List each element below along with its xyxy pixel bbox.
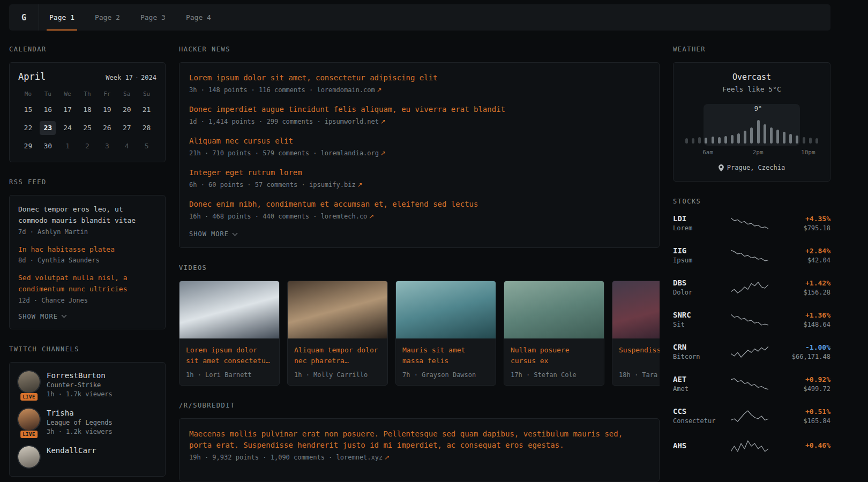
stock-id: AET Amet (673, 375, 724, 393)
top-nav: G Page 1 Page 2 Page 3 Page 4 (9, 4, 830, 31)
stock-ticker: LDI (673, 214, 724, 223)
stock-name: Ipsum (673, 257, 724, 264)
sparkline (724, 345, 775, 359)
news-meta-text: 16h · 468 points · 440 comments · loremt… (189, 213, 367, 220)
calendar-day: 24 (59, 121, 76, 135)
channel-game: League of Legends (47, 419, 113, 426)
news-item: Lorem ipsum dolor sit amet, consectetur … (189, 72, 649, 94)
calendar-year: 2024 (141, 74, 156, 81)
calendar-day: 29 (20, 139, 36, 153)
video-card[interactable]: Suspendisse diam 18h · Tara (612, 281, 660, 386)
page-tabs: Page 1 Page 2 Page 3 Page 4 (39, 4, 221, 31)
calendar-day: 28 (139, 121, 155, 135)
external-link-icon[interactable]: ↗ (369, 213, 374, 220)
news-meta: 1d · 1,414 points · 299 comments · ipsum… (189, 118, 649, 125)
stock-row[interactable]: DBS Dolor +1.42% $156.28 (673, 278, 830, 296)
post-title-link[interactable]: Maecenas mollis pulvinar erat non posuer… (189, 428, 649, 451)
video-card[interactable]: Mauris sit amet massa felis 7h · Grayson… (395, 281, 496, 386)
video-title-link[interactable]: Aliquam tempor dolor nec pharetra… (294, 345, 381, 366)
middle-column: HACKER NEWS Lorem ipsum dolor sit amet, … (179, 46, 660, 482)
video-title-link[interactable]: Nullam posuere cursus ex (511, 345, 597, 366)
stock-row[interactable]: SNRC Sit +1.36% $148.64 (673, 311, 830, 328)
temp-bar (705, 138, 707, 144)
external-link-icon[interactable]: ↗ (380, 149, 386, 157)
temperature-bars (685, 120, 818, 144)
external-link-icon[interactable]: ↗ (377, 86, 382, 94)
external-link-icon[interactable]: ↗ (384, 454, 390, 461)
rss-title-link[interactable]: Sed volutpat nulla nisl, a condimentum n… (18, 273, 156, 295)
temp-bar (776, 130, 779, 144)
subreddit-card: Maecenas mollis pulvinar erat non posuer… (179, 418, 660, 481)
video-title-link[interactable]: Suspendisse diam (619, 345, 660, 366)
stocks-list: LDI Lorem +4.35% $795.18 IIG Ipsum (673, 214, 830, 453)
news-title-link[interactable]: Lorem ipsum dolor sit amet, consectetur … (189, 72, 649, 84)
stock-row[interactable]: AHS +0.46% (673, 439, 830, 453)
video-thumbnail[interactable] (179, 281, 279, 338)
sparkline (724, 216, 775, 230)
tab-page-1[interactable]: Page 1 (39, 4, 85, 31)
video-thumbnail[interactable] (504, 281, 604, 338)
external-link-icon[interactable]: ↗ (380, 118, 386, 125)
rss-title-link[interactable]: Donec tempor eros leo, ut commodo mauris… (18, 204, 156, 227)
tab-page-4[interactable]: Page 4 (176, 4, 221, 31)
rss-show-more-button[interactable]: SHOW MORE (18, 313, 156, 320)
stock-row[interactable]: AET Amet +0.92% $499.72 (673, 375, 830, 393)
twitch-channel-row[interactable]: KendallCarr (18, 446, 156, 468)
news-meta: 6h · 60 points · 57 comments · ipsumify.… (189, 181, 649, 189)
video-card[interactable]: Lorem ipsum dolor sit amet consectetu… 1… (179, 281, 280, 386)
hacker-news-widget: HACKER NEWS Lorem ipsum dolor sit amet, … (179, 46, 660, 248)
stock-values: +4.35% $795.18 (775, 215, 830, 232)
news-title-link[interactable]: Aliquam nec cursus elit (189, 135, 649, 147)
video-thumbnail[interactable] (396, 281, 496, 338)
stock-row[interactable]: CRN Bitcorn -1.00% $66,171.48 (673, 343, 830, 360)
temp-bar (724, 136, 727, 144)
calendar-day: 22 (20, 121, 36, 135)
video-title-link[interactable]: Mauris sit amet massa felis (402, 345, 489, 366)
news-title-link[interactable]: Donec imperdiet augue tincidunt felis al… (189, 104, 649, 115)
calendar-day: 30 (40, 139, 56, 153)
calendar-day: 18 (79, 103, 95, 117)
news-show-more-button[interactable]: SHOW MORE (189, 230, 649, 238)
stock-row[interactable]: IIG Ipsum +2.84% $42.04 (673, 246, 830, 264)
external-link-icon[interactable]: ↗ (357, 181, 363, 189)
video-title-link[interactable]: Lorem ipsum dolor sit amet consectetu… (186, 345, 273, 366)
video-card[interactable]: Nullam posuere cursus ex 17h · Stefan Co… (504, 281, 604, 386)
chevron-down-icon (233, 230, 238, 236)
temp-bar (783, 132, 785, 144)
twitch-channel-row[interactable]: LIVE ForrestBurton Counter-Strike 1h · 1… (18, 371, 156, 398)
post-meta-text: 19h · 9,932 points · 1,090 comments · lo… (189, 454, 383, 461)
twitch-channel-row[interactable]: LIVE Trisha League of Legends 3h · 1.2k … (18, 409, 156, 435)
stock-ticker: CCS (673, 407, 724, 416)
news-title-link[interactable]: Donec enim nibh, condimentum et accumsan… (189, 199, 649, 210)
stock-price: $795.18 (775, 224, 830, 232)
stock-row[interactable]: LDI Lorem +4.35% $795.18 (673, 214, 830, 232)
calendar-header: April Week 17·2024 (18, 71, 156, 82)
news-meta-text: 6h · 60 points · 57 comments · ipsumify.… (189, 181, 356, 189)
calendar-widget: CALENDAR April Week 17·2024 Mo Tu We Th … (9, 46, 166, 162)
news-title-link[interactable]: Integer eget rutrum lorem (189, 167, 649, 178)
calendar-day: 15 (20, 103, 36, 117)
sparkline (724, 439, 775, 453)
tab-page-3[interactable]: Page 3 (130, 4, 176, 31)
temp-bar (757, 120, 760, 144)
video-thumbnail[interactable] (288, 281, 387, 338)
stock-id: CRN Bitcorn (673, 343, 724, 360)
sparkline (724, 377, 775, 391)
weather-location[interactable]: Prague, Czechia (682, 164, 821, 171)
time-label: 6am (702, 149, 713, 156)
weather-feels-like: Feels like 5°C (682, 85, 821, 93)
video-thumbnail[interactable] (612, 281, 660, 338)
subreddit-widget: /R/SUBREDDIT Maecenas mollis pulvinar er… (179, 402, 660, 481)
stock-row[interactable]: CCS Consectetur +0.51% $165.84 (673, 407, 830, 425)
tab-page-2[interactable]: Page 2 (85, 4, 130, 31)
stock-values: +0.46% (775, 441, 830, 451)
channel-info: Trisha League of Legends 3h · 1.2k viewe… (47, 409, 113, 435)
app-logo[interactable]: G (9, 4, 39, 31)
rss-meta: 12d · Chance Jones (18, 297, 156, 304)
twitch-widget: TWITCH CHANNELS LIVE ForrestBurton Count… (9, 345, 166, 477)
video-card[interactable]: Aliquam tempor dolor nec pharetra… 1h · … (287, 281, 388, 386)
rss-title-link[interactable]: In hac habitasse platea (18, 244, 156, 255)
video-meta: 17h · Stefan Cole (511, 371, 597, 379)
weather-chart: 9° (684, 104, 819, 146)
news-meta: 3h · 148 points · 116 comments · loremdo… (189, 86, 649, 94)
